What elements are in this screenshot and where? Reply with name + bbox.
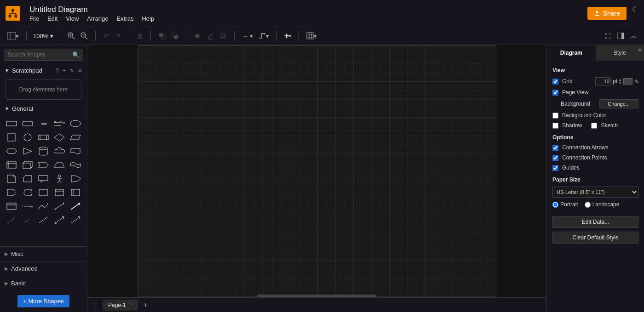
fullscreen-icon[interactable]: ⛶ xyxy=(604,30,612,41)
shape-document[interactable] xyxy=(68,145,82,157)
shape-trapezoid[interactable] xyxy=(52,159,67,171)
shape-cube[interactable] xyxy=(21,159,35,171)
shape-card[interactable] xyxy=(21,173,35,185)
advanced-section[interactable]: ▶Advanced xyxy=(0,261,87,276)
drawing-canvas[interactable] xyxy=(87,45,546,297)
close-icon[interactable]: ✕ xyxy=(78,68,82,74)
connection-arrows-checkbox[interactable] xyxy=(552,145,558,151)
shape-internal-storage[interactable] xyxy=(5,159,19,171)
shape-bidirectional-arrow[interactable] xyxy=(52,200,67,212)
search-shapes-input[interactable] xyxy=(4,49,83,61)
shape-process[interactable] xyxy=(36,131,51,143)
connection-points-checkbox[interactable] xyxy=(552,155,558,161)
landscape-radio-label[interactable]: Landscape xyxy=(585,201,620,208)
shape-curve[interactable] xyxy=(36,200,51,212)
to-front-icon[interactable] xyxy=(157,30,167,41)
shape-arrow[interactable] xyxy=(68,200,82,212)
portrait-radio-label[interactable]: Portrait xyxy=(552,201,578,208)
collapse-icon[interactable]: ︽ xyxy=(629,30,638,41)
shape-hexagon[interactable] xyxy=(5,145,19,157)
insert-icon[interactable]: + ▾ xyxy=(283,30,293,41)
add-page-icon[interactable]: + xyxy=(140,299,151,311)
share-button[interactable]: Share xyxy=(587,7,627,20)
shadow-icon[interactable] xyxy=(218,30,228,41)
shape-cylinder[interactable] xyxy=(36,145,51,157)
diagram-page[interactable] xyxy=(138,45,496,297)
help-icon[interactable]: ? xyxy=(56,68,59,74)
basic-section[interactable]: ▶Basic xyxy=(0,276,87,290)
shape-data-storage[interactable] xyxy=(21,187,35,199)
menu-arrange[interactable]: Arrange xyxy=(87,15,108,22)
grid-size-input[interactable] xyxy=(595,77,611,85)
shape-vcontainer[interactable] xyxy=(68,187,82,199)
theme-toggle-icon[interactable]: ☾ xyxy=(632,5,638,14)
landscape-radio[interactable] xyxy=(585,202,591,208)
shape-dashed-line[interactable] xyxy=(5,214,19,226)
zoom-out-icon[interactable] xyxy=(80,30,89,41)
undo-icon[interactable]: ↶ xyxy=(102,30,110,41)
scratchpad-header[interactable]: ▼ Scratchpad ? + ✎ ✕ xyxy=(0,64,87,77)
grid-checkbox[interactable] xyxy=(552,79,558,85)
panel-close-icon[interactable]: ✕ xyxy=(638,47,642,53)
fill-color-icon[interactable] xyxy=(193,30,202,41)
shadow-checkbox[interactable] xyxy=(552,123,558,129)
shape-ellipse[interactable] xyxy=(68,118,82,130)
delete-icon[interactable]: 🗑 xyxy=(136,30,144,41)
more-shapes-button[interactable]: + More Shapes xyxy=(17,295,69,307)
table-icon[interactable]: ▾ xyxy=(305,30,318,41)
menu-file[interactable]: File xyxy=(29,15,39,22)
menu-view[interactable]: View xyxy=(66,15,79,22)
portrait-radio[interactable] xyxy=(552,202,558,208)
shape-triangle[interactable] xyxy=(21,145,35,157)
shape-heading[interactable]: Heading━━━━ xyxy=(52,118,67,130)
zoom-in-icon[interactable] xyxy=(67,30,76,41)
page-view-checkbox[interactable] xyxy=(552,90,558,96)
shape-rounded-rectangle[interactable] xyxy=(21,118,35,130)
shape-note[interactable] xyxy=(5,173,19,185)
add-icon[interactable]: + xyxy=(63,68,66,74)
paper-size-select[interactable]: US-Letter (8,5" x 11") xyxy=(552,187,638,198)
clear-default-style-button[interactable]: Clear Default Style xyxy=(552,232,638,244)
shape-square[interactable] xyxy=(5,131,19,143)
stepper-down-icon[interactable]: ▾ xyxy=(619,81,621,85)
shape-cloud[interactable] xyxy=(52,145,67,157)
shape-or[interactable] xyxy=(68,173,82,185)
document-title[interactable]: Untitled Diagram xyxy=(29,5,154,14)
format-panel-toggle-icon[interactable] xyxy=(616,30,625,41)
shape-step[interactable] xyxy=(36,159,51,171)
edit-data-button[interactable]: Edit Data... xyxy=(552,216,638,228)
general-header[interactable]: ▼ General xyxy=(0,102,87,115)
line-color-icon[interactable] xyxy=(206,30,215,41)
edit-icon[interactable]: ✎ xyxy=(69,68,74,74)
shape-text[interactable]: Text xyxy=(36,118,51,130)
shape-parallelogram[interactable] xyxy=(68,131,82,143)
horizontal-scrollbar[interactable] xyxy=(257,295,377,297)
sidebar-toggle-icon[interactable]: ▾ xyxy=(6,30,20,41)
tab-style[interactable]: Style xyxy=(596,45,644,61)
change-background-button[interactable]: Change... xyxy=(599,99,638,108)
pencil-icon[interactable]: ✎ xyxy=(634,79,638,85)
shape-diamond[interactable] xyxy=(52,131,67,143)
shape-list[interactable] xyxy=(5,200,19,212)
shape-bidir-connector[interactable] xyxy=(52,214,67,226)
shape-callout[interactable] xyxy=(36,173,51,185)
waypoint-icon[interactable]: ▾ xyxy=(258,30,270,41)
bg-color-checkbox[interactable] xyxy=(552,113,558,119)
search-icon[interactable]: 🔍 xyxy=(72,51,80,58)
shape-hcontainer[interactable] xyxy=(52,187,67,199)
page-tab-1[interactable]: Page-1 ⌃ xyxy=(103,300,138,311)
pages-menu-icon[interactable]: ⋮ xyxy=(91,300,101,310)
sketch-checkbox[interactable] xyxy=(591,123,597,129)
menu-help[interactable]: Help xyxy=(142,15,154,22)
shape-circle[interactable] xyxy=(21,131,35,143)
app-logo[interactable] xyxy=(6,6,20,21)
shape-tape[interactable] xyxy=(68,159,82,171)
shape-directional-connector[interactable] xyxy=(68,214,82,226)
to-back-icon[interactable] xyxy=(170,30,179,41)
menu-extras[interactable]: Extras xyxy=(117,15,134,22)
shape-rectangle[interactable] xyxy=(5,118,19,130)
redo-icon[interactable]: ↷ xyxy=(114,30,122,41)
tab-diagram[interactable]: Diagram xyxy=(547,45,596,61)
shape-dotted-line[interactable] xyxy=(21,214,35,226)
shape-list-item[interactable]: List Item xyxy=(21,200,35,212)
